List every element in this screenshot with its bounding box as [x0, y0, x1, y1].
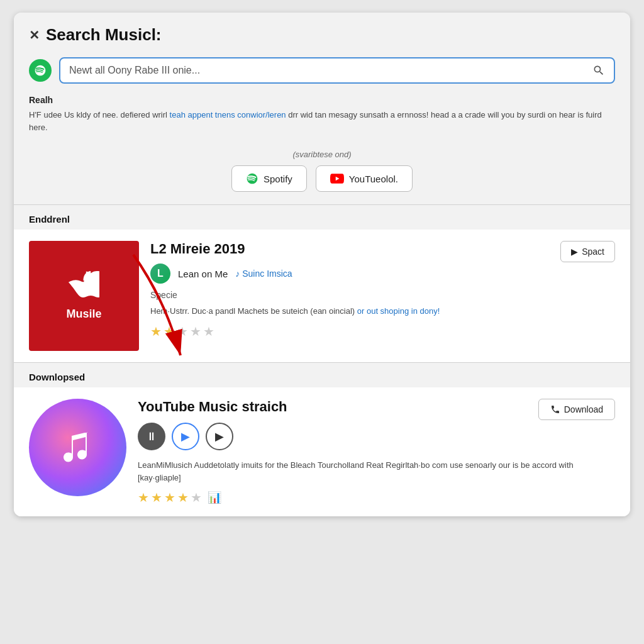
dl-content: YouTube Music straich Download ⏸ ▶ ▶ Lea… — [138, 399, 615, 505]
sync-link[interactable]: ♪ Suinc Imsica — [235, 269, 292, 279]
bar-chart-icon: 📊 — [208, 491, 221, 504]
search-input[interactable] — [60, 58, 584, 82]
star-5: ★ — [203, 324, 214, 339]
result-content: L2 Mireie 2019 ▶ Spact L Lean on Me ♪ Su… — [150, 241, 615, 339]
dl-stars: ★ ★ ★ ★ ★ 📊 — [138, 490, 615, 505]
play-label: Spact — [582, 247, 604, 257]
dl-desc: LeanMiMlusich Auddetolatly imuits for th… — [138, 459, 615, 484]
download-button[interactable]: Download — [538, 399, 615, 420]
close-icon[interactable]: ✕ — [29, 28, 40, 43]
dl-star-2: ★ — [151, 490, 162, 505]
play-outline-button[interactable]: ▶ — [206, 423, 233, 450]
description-section: Realh H'F udee Us kldy of nee. defiered … — [14, 92, 630, 143]
page-title: Search Musicl: — [46, 25, 162, 45]
downloaded-card: YouTube Music straich Download ⏸ ▶ ▶ Lea… — [14, 387, 630, 516]
spotify-circle-icon — [29, 59, 52, 82]
enddrenl-label: Enddrenl — [14, 205, 630, 230]
platform-area: (svaribtese ond) Spotify YouTueolol. — [14, 143, 630, 204]
dl-star-3: ★ — [164, 490, 175, 505]
spotify-label: Spotify — [264, 174, 292, 184]
platform-label: (svaribtese ond) — [292, 150, 351, 159]
play-filled-button[interactable]: ▶ — [172, 423, 199, 450]
star-1: ★ — [150, 324, 162, 339]
star-3: ★ — [177, 324, 188, 339]
realh-title: Realh — [29, 95, 615, 105]
artist-name: Lean on Me — [178, 269, 228, 279]
dl-header: YouTube Music straich Download — [138, 399, 615, 423]
result-header: L2 Mireie 2019 ▶ Spact — [150, 241, 615, 264]
play-button[interactable]: ▶ Spact — [560, 241, 615, 262]
star-4: ★ — [190, 324, 201, 339]
star-2: ★ — [164, 324, 175, 339]
apple-music-text: Musile — [66, 308, 101, 321]
artist-avatar: L — [150, 264, 170, 284]
arrow-container: Musile L2 Mireie 2019 ▶ Spact L Lean on … — [14, 230, 630, 362]
apple-music-logo: Musile — [66, 271, 101, 321]
platform-buttons: Spotify YouTueolol. — [231, 165, 413, 192]
pause-button[interactable]: ⏸ — [138, 423, 165, 450]
youtube-button[interactable]: YouTueolol. — [316, 165, 413, 192]
dl-title: YouTube Music straich — [138, 399, 287, 415]
genre-label: Specie — [150, 290, 615, 300]
dl-star-1: ★ — [138, 490, 149, 505]
search-area — [14, 51, 630, 92]
enddrenl-section: Enddrenl Musile — [14, 205, 630, 362]
dl-star-5: ★ — [191, 490, 202, 505]
download-label: Download — [564, 404, 603, 414]
result-stars: ★ ★ ★ ★ ★ — [150, 324, 615, 339]
youtube-label: YouTueolol. — [349, 174, 398, 184]
spotify-button[interactable]: Spotify — [231, 165, 307, 192]
dl-star-4: ★ — [177, 490, 189, 505]
downloaded-label: Downlopsed — [14, 363, 630, 387]
description-text: H'F udee Us kldy of nee. defiered wrirl … — [29, 109, 615, 133]
result-title: L2 Mireie 2019 — [150, 241, 245, 257]
result-thumbnail: Musile — [29, 241, 139, 351]
downloaded-section: Downlopsed YouTube Music straich Downloa… — [14, 363, 630, 516]
result-desc: Hem·Ustrr. Duc·a pandl Machets be suteic… — [150, 305, 615, 318]
playback-controls: ⏸ ▶ ▶ — [138, 423, 615, 450]
search-box[interactable] — [59, 57, 615, 84]
search-button[interactable] — [584, 58, 614, 82]
header: ✕ Search Musicl: — [14, 13, 630, 51]
result-card: Musile L2 Mireie 2019 ▶ Spact L Lean on … — [14, 230, 630, 362]
main-container: ✕ Search Musicl: Realh H'F udee Us kldy … — [14, 13, 630, 516]
artist-row: L Lean on Me ♪ Suinc Imsica — [150, 264, 615, 284]
dl-thumbnail — [29, 399, 126, 496]
